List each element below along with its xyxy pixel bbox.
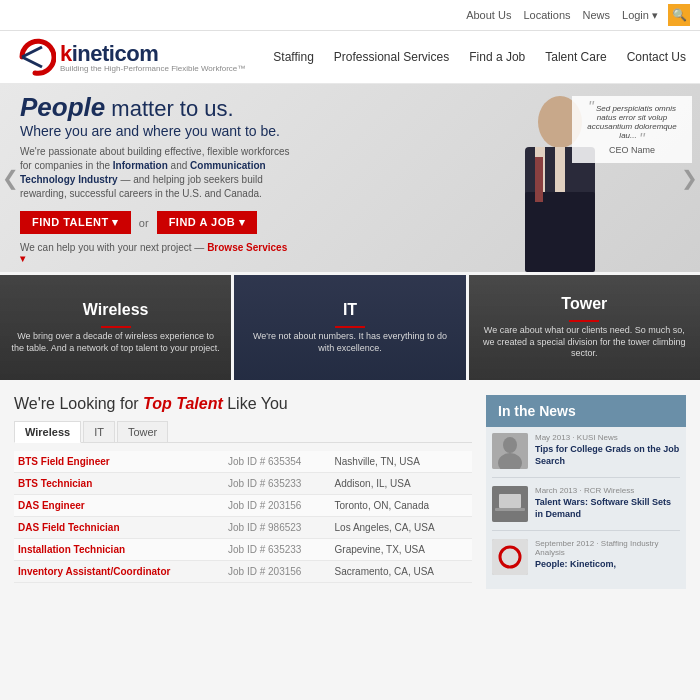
table-row[interactable]: Inventory Assistant/CoordinatorJob ID # … — [14, 561, 472, 583]
news-text-0: May 2013 · KUSI News Tips for College Gr… — [535, 433, 680, 469]
table-row[interactable]: DAS EngineerJob ID # 203156Toronto, ON, … — [14, 495, 472, 517]
hero-image-area: " Sed perspiciatis omnis natus error sit… — [310, 84, 700, 272]
news-link[interactable]: News — [583, 9, 611, 22]
hero-subtitle: Where you are and where you want to be. — [20, 123, 290, 139]
nav-staffing[interactable]: Staffing — [273, 50, 313, 64]
quote-attribution: CEO Name — [580, 145, 684, 155]
service-panel-tower[interactable]: Tower We care about what our clients nee… — [469, 275, 700, 380]
news-thumb-1 — [492, 486, 528, 522]
logo: kineticom Building the High-Performance … — [14, 37, 245, 77]
hero-or: or — [139, 217, 149, 229]
news-header: In the News — [486, 395, 686, 427]
tab-wireless[interactable]: Wireless — [14, 421, 81, 443]
hero-buttons: FIND TALENT ▾ or FIND A JOB ▾ — [20, 211, 290, 234]
svg-rect-14 — [492, 539, 528, 575]
about-us-link[interactable]: About Us — [466, 9, 511, 22]
svg-line-1 — [22, 57, 42, 67]
svg-rect-12 — [499, 494, 521, 508]
svg-rect-6 — [525, 192, 595, 272]
hero-prev-arrow[interactable]: ❮ — [2, 166, 19, 190]
find-job-button[interactable]: FIND A JOB ▾ — [157, 211, 258, 234]
top-bar: About Us Locations News Login ▾ 🔍 — [0, 0, 700, 31]
svg-rect-13 — [495, 508, 525, 511]
news-item: September 2012 · Staffing Industry Analy… — [492, 539, 680, 583]
find-talent-button[interactable]: FIND TALENT ▾ — [20, 211, 131, 234]
locations-link[interactable]: Locations — [523, 9, 570, 22]
table-row[interactable]: BTS Field EngineerJob ID # 635354Nashvil… — [14, 451, 472, 473]
logo-k: k — [60, 41, 72, 66]
hero-body: We're passionate about building effectiv… — [20, 145, 290, 201]
tab-tower[interactable]: Tower — [117, 421, 168, 442]
service-wireless-body: We bring over a decade of wireless exper… — [10, 331, 221, 354]
news-body: May 2013 · KUSI News Tips for College Gr… — [486, 427, 686, 589]
table-row[interactable]: Installation TechnicianJob ID # 635233Gr… — [14, 539, 472, 561]
login-link[interactable]: Login ▾ — [622, 9, 658, 22]
bottom-section: We're Looking for Top Talent Like You Wi… — [0, 383, 700, 623]
hero-title: People matter to us. — [20, 92, 290, 123]
service-it-title: IT — [343, 301, 357, 319]
svg-rect-7 — [535, 157, 543, 202]
service-tower-title: Tower — [561, 295, 607, 313]
news-date-2: September 2012 · Staffing Industry Analy… — [535, 539, 680, 557]
hero-browse: We can help you with your next project —… — [20, 242, 290, 264]
news-title-0[interactable]: Tips for College Grads on the Job Search — [535, 444, 680, 467]
jobs-tabs: Wireless IT Tower — [14, 421, 472, 443]
jobs-section: We're Looking for Top Talent Like You Wi… — [14, 395, 472, 611]
news-text-1: March 2013 · RCR Wireless Talent Wars: S… — [535, 486, 680, 522]
nav-talent-care[interactable]: Talent Care — [545, 50, 606, 64]
jobs-table: BTS Field EngineerJob ID # 635354Nashvil… — [14, 451, 472, 583]
news-date-1: March 2013 · RCR Wireless — [535, 486, 680, 495]
news-title-2[interactable]: People: Kineticom, — [535, 559, 680, 571]
news-text-2: September 2012 · Staffing Industry Analy… — [535, 539, 680, 575]
hero-next-arrow[interactable]: ❯ — [681, 166, 698, 190]
svg-point-9 — [503, 437, 517, 453]
nav-professional-services[interactable]: Professional Services — [334, 50, 449, 64]
news-date-0: May 2013 · KUSI News — [535, 433, 680, 442]
service-panel-it[interactable]: IT We're not about numbers. It has every… — [234, 275, 465, 380]
logo-name: ineticom — [72, 41, 158, 66]
service-wireless-divider — [101, 326, 131, 328]
jobs-heading: We're Looking for Top Talent Like You — [14, 395, 472, 413]
service-tower-divider — [569, 320, 599, 322]
news-thumb-2 — [492, 539, 528, 575]
hero-quote: " Sed perspiciatis omnis natus error sit… — [572, 96, 692, 163]
news-section: In the News May 2013 · KUSI News Tips fo… — [486, 395, 686, 611]
nav-find-a-job[interactable]: Find a Job — [469, 50, 525, 64]
search-button[interactable]: 🔍 — [668, 4, 690, 26]
news-thumb-0 — [492, 433, 528, 469]
news-item: March 2013 · RCR Wireless Talent Wars: S… — [492, 486, 680, 531]
service-tower-body: We care about what our clients need. So … — [479, 325, 690, 360]
news-item: May 2013 · KUSI News Tips for College Gr… — [492, 433, 680, 478]
service-panel-wireless[interactable]: Wireless We bring over a decade of wirel… — [0, 275, 231, 380]
service-panels: Wireless We bring over a decade of wirel… — [0, 275, 700, 380]
tab-it[interactable]: IT — [83, 421, 115, 442]
news-title-1[interactable]: Talent Wars: Software Skill Sets in Dema… — [535, 497, 680, 520]
table-row[interactable]: BTS TechnicianJob ID # 635233Addison, IL… — [14, 473, 472, 495]
hero-content: People matter to us. Where you are and w… — [0, 84, 310, 272]
table-row[interactable]: DAS Field TechnicianJob ID # 986523Los A… — [14, 517, 472, 539]
nav-contact-us[interactable]: Contact Us — [627, 50, 686, 64]
nav-links: Staffing Professional Services Find a Jo… — [273, 50, 686, 64]
service-it-body: We're not about numbers. It has everythi… — [244, 331, 455, 354]
logo-tagline: Building the High-Performance Flexible W… — [60, 64, 245, 73]
service-wireless-title: Wireless — [83, 301, 149, 319]
service-it-divider — [335, 326, 365, 328]
main-nav: kineticom Building the High-Performance … — [0, 31, 700, 84]
top-bar-links: About Us Locations News Login ▾ — [466, 9, 658, 22]
hero-section: ❮ People matter to us. Where you are and… — [0, 84, 700, 272]
